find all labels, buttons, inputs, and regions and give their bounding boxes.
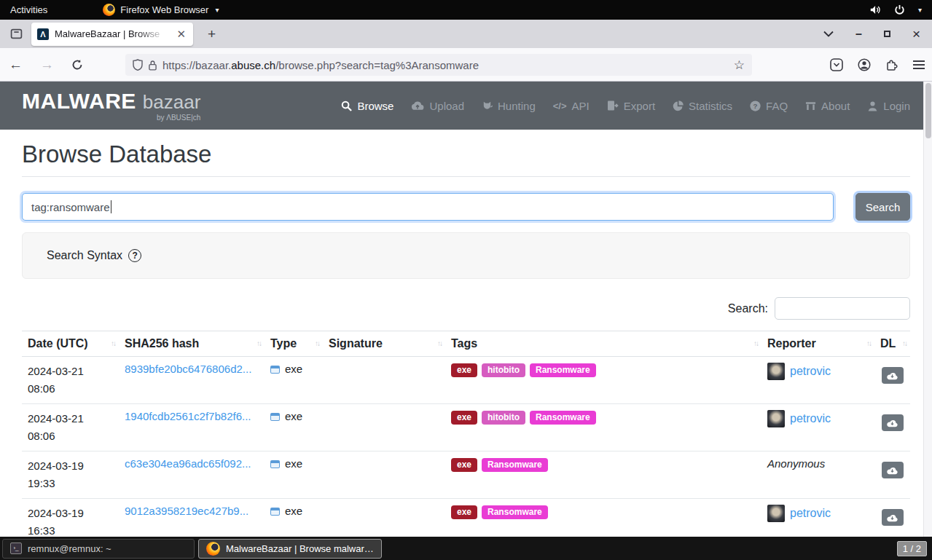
app-menu[interactable]: Firefox Web Browser ▾ xyxy=(103,4,219,16)
chevron-down-icon: ▾ xyxy=(215,6,219,14)
search-input[interactable]: tag:ransomware xyxy=(22,193,834,221)
new-tab-button[interactable]: + xyxy=(202,25,222,44)
app-menu-label: Firefox Web Browser xyxy=(120,4,208,15)
terminal-icon: ›_ xyxy=(10,543,22,554)
reporter-avatar xyxy=(767,505,785,522)
cloud-download-icon xyxy=(887,513,898,522)
download-button[interactable] xyxy=(882,367,904,384)
firefox-icon xyxy=(206,542,220,556)
nav-item-hunting[interactable]: Hunting xyxy=(482,100,536,112)
tag-badge[interactable]: exe xyxy=(451,363,477,377)
tag-badge[interactable]: exe xyxy=(451,505,477,519)
account-icon[interactable] xyxy=(858,58,871,71)
nav-item-api[interactable]: </> API xyxy=(553,100,590,112)
sha256-hash-link[interactable]: c63e304ea96adc65f092... xyxy=(125,457,251,470)
tag-badge[interactable]: Ransomware xyxy=(482,505,548,519)
column-header-dl[interactable]: DL↑↓ xyxy=(874,331,910,357)
reporter-link[interactable]: petrovic xyxy=(790,507,831,519)
taskbar-item-terminal[interactable]: ›_ remnux@remnux: ~ xyxy=(2,539,195,559)
extensions-puzzle-icon[interactable] xyxy=(885,58,898,71)
tag-badge[interactable]: exe xyxy=(451,458,477,472)
nav-item-login[interactable]: Login xyxy=(867,100,910,112)
table-filter-input[interactable] xyxy=(775,297,910,320)
tab-close-icon[interactable]: ✕ xyxy=(175,28,187,41)
sort-icon[interactable]: ↑↓ xyxy=(111,339,115,347)
sha256-hash-link[interactable]: 8939bfe20bc6476806d2... xyxy=(125,363,251,375)
lock-icon[interactable] xyxy=(149,60,157,71)
logo-byline: by ΛBUSE|ch xyxy=(157,114,200,122)
malwarebazaar-logo[interactable]: MALWARE bazaar by ΛBUSE|ch xyxy=(22,90,200,122)
gnome-top-bar: Activities Firefox Web Browser ▾ ▾ xyxy=(0,0,932,20)
taskbar-item-firefox[interactable]: MalwareBazaar | Browse malware s… xyxy=(198,539,382,559)
window-close-icon[interactable]: × xyxy=(912,26,920,42)
hamburger-menu-icon[interactable] xyxy=(913,60,925,69)
reporter-link[interactable]: petrovic xyxy=(790,365,831,377)
window-minimize-icon[interactable]: – xyxy=(855,28,862,41)
power-icon[interactable] xyxy=(894,4,905,15)
question-circle-icon[interactable]: ? xyxy=(128,249,141,262)
sort-icon[interactable]: ↑↓ xyxy=(437,339,442,347)
sha256-hash-link[interactable]: 1940fcdb2561c2f7b82f6... xyxy=(125,410,251,422)
nav-item-browse[interactable]: Browse xyxy=(341,100,393,112)
search-button[interactable]: Search xyxy=(855,193,910,221)
tag-badge[interactable]: exe xyxy=(451,411,477,425)
download-button[interactable] xyxy=(882,462,904,478)
shield-icon[interactable] xyxy=(133,59,143,71)
scrollbar-thumb[interactable] xyxy=(925,83,931,138)
nav-item-upload[interactable]: Upload xyxy=(411,100,464,112)
column-header-date[interactable]: Date (UTC)↑↓ xyxy=(22,331,119,357)
search-syntax-panel[interactable]: Search Syntax ? xyxy=(22,232,910,279)
tab-manager-icon[interactable] xyxy=(7,25,26,43)
browser-tab[interactable]: Λ MalwareBazaar | Browse ✕ xyxy=(31,23,193,46)
table-row[interactable]: 2024-03-2108:06 1940fcdb2561c2f7b82f6...… xyxy=(22,404,910,451)
taskbar-firefox-label: MalwareBazaar | Browse malware s… xyxy=(226,543,374,554)
column-header-sha256[interactable]: SHA256 hash↑↓ xyxy=(119,331,265,357)
page-scrollbar[interactable] xyxy=(923,82,932,537)
tag-badge[interactable]: Ransomware xyxy=(482,458,548,472)
column-header-signature[interactable]: Signature↑↓ xyxy=(323,331,445,357)
type-cell: exe xyxy=(265,451,323,499)
tag-badge[interactable]: hitobito xyxy=(482,411,525,425)
reload-icon[interactable] xyxy=(63,59,92,71)
download-button[interactable] xyxy=(882,414,904,431)
volume-icon[interactable] xyxy=(869,4,882,15)
sort-icon[interactable]: ↑↓ xyxy=(866,339,871,347)
pocket-icon[interactable] xyxy=(830,58,843,71)
system-menu-caret-icon[interactable]: ▾ xyxy=(918,6,922,14)
tags-cell: exehitobitoRansomware xyxy=(445,404,761,451)
column-header-tags[interactable]: Tags↑↓ xyxy=(445,331,761,357)
column-header-type[interactable]: Type↑↓ xyxy=(265,331,323,357)
malwarebazaar-favicon: Λ xyxy=(37,28,49,40)
reporter-link[interactable]: petrovic xyxy=(790,412,831,425)
download-button[interactable] xyxy=(882,509,904,526)
nav-item-about[interactable]: About xyxy=(805,100,850,112)
nav-item-export[interactable]: Export xyxy=(607,100,655,112)
url-bar[interactable]: https://bazaar.abuse.ch/browse.php?searc… xyxy=(125,54,752,76)
window-maximize-icon[interactable] xyxy=(884,31,890,37)
activities-button[interactable]: Activities xyxy=(0,0,58,20)
bookmark-star-icon[interactable]: ☆ xyxy=(734,58,745,73)
signature-cell xyxy=(323,357,445,404)
tag-badge[interactable]: Ransomware xyxy=(530,411,596,425)
tag-badge[interactable]: hitobito xyxy=(482,363,525,377)
column-header-reporter[interactable]: Reporter↑↓ xyxy=(761,331,874,357)
reporter-cell: petrovic xyxy=(761,499,874,537)
back-icon[interactable]: ← xyxy=(0,57,31,73)
sort-icon[interactable]: ↑↓ xyxy=(315,339,319,347)
tag-badge[interactable]: Ransomware xyxy=(530,363,596,377)
sort-icon[interactable]: ↑↓ xyxy=(902,339,906,347)
list-all-tabs-icon[interactable] xyxy=(823,31,834,37)
reporter-avatar xyxy=(767,410,785,427)
forward-icon[interactable]: → xyxy=(31,57,63,73)
sort-icon[interactable]: ↑↓ xyxy=(257,339,261,347)
nav-item-statistics[interactable]: Statistics xyxy=(673,100,732,112)
workspace-indicator[interactable]: 1 / 2 xyxy=(897,541,927,556)
sha256-hash-link[interactable]: 9012a3958219ec427b9... xyxy=(125,505,248,517)
table-row[interactable]: 2024-03-1916:33 9012a3958219ec427b9... e… xyxy=(22,499,910,537)
sort-icon[interactable]: ↑↓ xyxy=(753,339,758,347)
table-row[interactable]: 2024-03-2108:06 8939bfe20bc6476806d2... … xyxy=(22,357,910,404)
site-nav: Browse Upload Hunting </> API Export Sta… xyxy=(341,100,910,112)
cloud-download-icon xyxy=(887,371,898,380)
nav-item-faq[interactable]: ? FAQ xyxy=(750,100,788,112)
table-row[interactable]: 2024-03-1919:33 c63e304ea96adc65f092... … xyxy=(22,451,910,499)
